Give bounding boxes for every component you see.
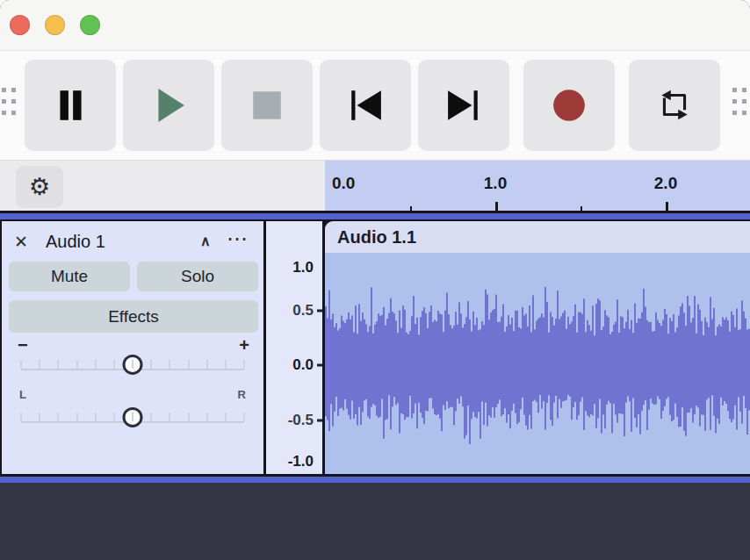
slider-tick [188, 413, 190, 421]
clip-body [325, 253, 750, 474]
record-icon [551, 87, 588, 124]
ellipsis-icon: ⋯ [227, 226, 248, 250]
stop-icon [249, 87, 285, 124]
scale-label: -1.0 [288, 453, 314, 470]
track-selection-band-bottom [0, 477, 750, 483]
slider-tick [57, 360, 59, 369]
solo-button[interactable]: Solo [137, 262, 258, 291]
slider-tick [169, 413, 170, 421]
effects-button[interactable]: Effects [9, 300, 258, 333]
ruler-label: 1.0 [484, 174, 507, 193]
vertical-scale-ruler[interactable]: 1.00.50.0-0.5-1.0 [266, 221, 322, 474]
slider-tick [113, 360, 115, 369]
audio-clip: Audio 1.1 [325, 221, 750, 474]
pan-slider[interactable] [21, 409, 244, 423]
slider-tick [57, 413, 59, 421]
timeline-row: ⚙ 0.01.02.0 [0, 160, 750, 212]
zoom-window-button[interactable] [80, 15, 100, 35]
slider-tick [188, 360, 190, 369]
slider-tick [150, 360, 152, 369]
skip-start-icon [347, 87, 384, 124]
mute-button[interactable]: Mute [9, 262, 130, 291]
close-track-button[interactable]: ✕ [14, 232, 28, 252]
slider-tick [169, 360, 170, 369]
slider-tick [225, 360, 227, 369]
gear-icon: ⚙ [29, 173, 50, 201]
waveform[interactable] [325, 253, 750, 474]
clip-header[interactable]: Audio 1.1 [325, 221, 750, 253]
slider-tick [150, 413, 152, 421]
chevron-up-icon: ∧ [200, 233, 211, 248]
solo-label: Solo [181, 267, 214, 286]
slider-tick [113, 413, 115, 421]
slider-tick [132, 413, 133, 421]
mute-label: Mute [51, 267, 88, 286]
play-button[interactable] [123, 60, 214, 151]
scale-label: 0.5 [292, 302, 314, 319]
scale-tick [317, 419, 322, 421]
clip-title: Audio 1.1 [337, 227, 416, 248]
empty-workspace [0, 483, 750, 560]
slider-tick [243, 413, 245, 421]
toolbar-dock [0, 51, 750, 160]
slider-tick [206, 360, 208, 369]
slider-tick [39, 360, 40, 369]
track-selection-band-top [0, 213, 750, 219]
loop-icon [656, 87, 693, 124]
timeline-settings-button[interactable]: ⚙ [16, 166, 63, 208]
effects-label: Effects [108, 307, 159, 327]
slider-tick [76, 360, 78, 369]
ruler-label: 0.0 [332, 174, 355, 193]
slider-tick [95, 360, 97, 369]
skip-end-icon [445, 87, 482, 124]
time-ruler[interactable]: 0.01.02.0 [325, 161, 750, 212]
slider-tick [76, 413, 78, 421]
scale-label: -0.5 [288, 412, 314, 429]
scale-tick [317, 309, 322, 312]
slider-tick [39, 413, 40, 421]
close-window-button[interactable] [10, 15, 30, 35]
pause-icon [52, 87, 89, 124]
ruler-label: 2.0 [654, 174, 677, 193]
slider-tick [95, 413, 97, 421]
slider-tick [20, 360, 22, 369]
slider-tick [206, 413, 208, 421]
scale-label: 0.0 [292, 356, 314, 374]
track-title[interactable]: Audio 1 [46, 232, 105, 252]
skip-to-end-button[interactable] [418, 60, 509, 151]
stop-button[interactable] [221, 60, 313, 151]
minimize-window-button[interactable] [45, 15, 65, 35]
play-icon [150, 87, 187, 124]
slider-tick [132, 360, 133, 369]
close-icon: ✕ [14, 233, 28, 251]
pan-left-label: L [19, 388, 26, 401]
slider-tick [20, 413, 22, 421]
toolbar-drag-handle-left[interactable] [2, 88, 16, 115]
pan-right-label: R [238, 388, 246, 401]
loop-button[interactable] [629, 60, 720, 151]
scale-label: 1.0 [292, 259, 314, 276]
audacity-window: ⚙ 0.01.02.0 ✕ Audio 1 ∧ ⋯ Mute Solo Effe… [0, 0, 750, 560]
track-control-panel: ✕ Audio 1 ∧ ⋯ Mute Solo Effects − + L R [2, 221, 263, 474]
toolbar-drag-handle-right[interactable] [732, 88, 746, 115]
title-bar [0, 0, 750, 51]
scale-tick [317, 364, 322, 367]
gain-plus-label: + [239, 335, 249, 355]
track-menu-button[interactable]: ⋯ [227, 226, 248, 251]
slider-tick [243, 360, 245, 369]
skip-to-start-button[interactable] [320, 60, 411, 151]
gain-minus-label: − [18, 335, 28, 355]
slider-tick [225, 413, 227, 421]
record-button[interactable] [523, 60, 615, 151]
pause-button[interactable] [25, 60, 116, 151]
collapse-track-button[interactable]: ∧ [200, 233, 211, 249]
gain-slider[interactable] [21, 356, 244, 370]
track-area: ✕ Audio 1 ∧ ⋯ Mute Solo Effects − + L R … [0, 219, 750, 474]
